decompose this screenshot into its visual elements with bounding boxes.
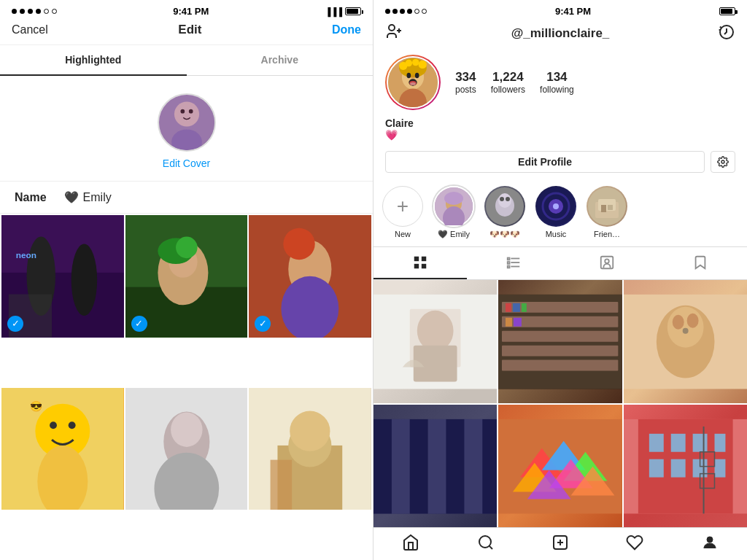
svg-rect-72 [601,205,606,212]
svg-rect-36 [271,459,293,510]
cancel-button[interactable]: Cancel [12,23,48,36]
svg-rect-94 [502,331,618,342]
nav-home[interactable] [374,534,448,551]
svg-point-8 [71,244,98,316]
bio-heart: 💗 [385,129,735,141]
pets-story-svg [486,187,524,225]
check-2: ✓ [131,316,147,332]
check-3: ✓ [255,316,271,332]
right-photo-5[interactable] [498,405,622,528]
svg-text:neon: neon [16,250,36,260]
followers-label: followers [491,85,525,95]
history-icon[interactable] [718,23,735,44]
status-time-left: 9:41 PM [173,6,209,17]
edit-profile-button[interactable]: Edit Profile [385,151,705,173]
photo-6-svg [249,388,371,510]
music-story-svg [537,187,575,225]
svg-rect-113 [446,419,465,513]
story-pets[interactable]: 🐶🐶🐶 [484,186,525,239]
stories-row: + New 🖤 Emily [374,180,747,247]
nav-heart[interactable] [597,534,672,551]
svg-point-47 [419,61,427,69]
heart-icon [626,534,643,551]
svg-rect-114 [465,419,483,513]
svg-point-62 [498,193,511,208]
photo-cell-1[interactable]: neon ✓ [1,215,124,338]
photo-cell-5[interactable] [125,388,248,510]
svg-rect-71 [598,199,616,211]
svg-rect-132 [670,459,685,477]
following-count: 134 [540,70,574,85]
profile-face-svg [388,56,438,109]
story-label-pets: 🐶🐶🐶 [489,230,520,239]
tab-bookmark[interactable] [654,247,747,279]
photo-grid-left: neon ✓ ✓ ✓ [0,214,373,560]
status-bar-left: 9:41 PM ▐▐▐ [0,0,373,20]
signal-dot-3 [28,9,33,14]
svg-point-35 [290,411,330,451]
tab-tag[interactable] [560,247,654,279]
tab-list[interactable] [467,247,560,279]
cover-avatar[interactable] [158,93,216,152]
svg-rect-73 [608,205,613,210]
search-icon [477,534,495,551]
svg-point-3 [180,109,185,114]
svg-point-30 [171,412,202,446]
right-photo-6[interactable] [624,405,747,528]
rp1-svg [374,280,497,403]
tab-grid[interactable] [374,247,467,279]
nav-search[interactable] [448,534,522,551]
svg-point-37 [389,25,395,31]
tabs-row: Highlighted Archive [0,45,373,76]
edit-header: Cancel Edit Done [0,20,373,45]
name-value: Emily [83,191,112,204]
photo-grid-right [374,280,747,527]
add-person-svg [385,23,403,40]
svg-point-49 [407,73,411,79]
profile-picture[interactable] [385,55,441,110]
plus-icon: + [397,196,409,217]
add-person-icon[interactable] [385,23,403,44]
nav-profile[interactable] [673,534,747,551]
svg-rect-74 [414,257,419,261]
person-tag-icon [599,254,615,271]
photo-cell-6[interactable] [249,388,371,510]
battery-area-right [719,7,735,15]
following-label: following [540,85,574,95]
add-icon [551,534,569,551]
right-photo-2[interactable] [498,280,622,403]
done-button[interactable]: Done [332,23,361,36]
photo-cell-2[interactable]: ✓ [125,215,248,338]
nav-add[interactable] [523,534,597,551]
story-circle-new: + [382,186,423,227]
story-emily[interactable]: 🖤 Emily [433,186,474,239]
photo-4-svg: 😎 [1,388,124,510]
svg-point-64 [506,197,510,201]
story-new[interactable]: + New [382,186,423,239]
edit-cover-link[interactable]: Edit Cover [163,158,210,169]
svg-point-143 [707,537,713,542]
right-photo-4[interactable] [374,405,497,528]
svg-rect-130 [714,433,725,451]
tab-archive[interactable]: Archive [187,45,374,75]
bookmark-icon [692,254,708,271]
settings-button[interactable] [711,151,735,173]
svg-point-46 [412,59,419,66]
right-photo-3[interactable] [624,280,747,403]
photo-cell-3[interactable]: ✓ [249,215,371,338]
photo-cell-4[interactable]: 😎 [1,388,124,510]
story-music[interactable]: Music [535,186,576,239]
svg-point-138 [479,536,491,548]
right-photo-1[interactable] [374,280,497,403]
rp6-svg [624,405,747,528]
svg-rect-115 [482,419,497,513]
action-row: Edit Profile [374,147,747,180]
left-panel: 9:41 PM ▐▐▐ Cancel Edit Done Highlighted… [0,0,374,560]
story-friends[interactable]: Frien… [587,186,627,239]
tab-highlighted[interactable]: Highlighted [0,45,187,76]
posts-label: posts [455,85,476,95]
profile-icon [701,534,719,551]
list-icon [506,254,522,271]
rp4-svg [374,405,497,528]
story-label-emily: 🖤 Emily [438,230,470,239]
